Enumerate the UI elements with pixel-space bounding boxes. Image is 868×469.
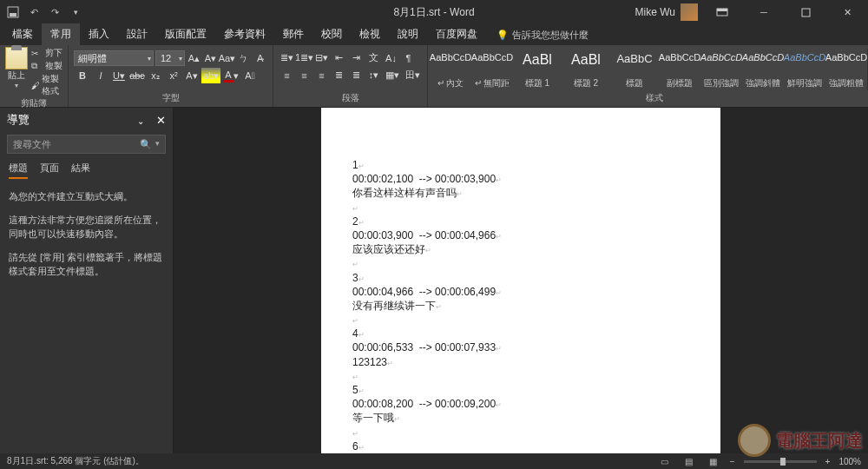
underline-button[interactable]: U▾ [110,68,128,83]
account-button[interactable]: Mike Wu [635,3,698,21]
nav-tab-headings[interactable]: 標題 [9,162,28,179]
doc-line[interactable]: 00:00:03,900 --> 00:00:04,966↵ [352,228,689,242]
doc-line[interactable]: 3↵ [352,271,689,285]
doc-line[interactable]: ↵ [352,201,689,215]
tab-references[interactable]: 參考資料 [215,23,274,45]
align-left-button[interactable]: ≡ [279,68,295,83]
document-area[interactable]: 1↵00:00:02,100 --> 00:00:03,900↵你看这样这样有声… [174,108,868,453]
svg-rect-3 [717,9,727,11]
maximize-button[interactable] [788,0,823,24]
styles-gallery[interactable]: AaBbCcD↵ 內文 AaBbCcD↵ 無間距 AaBl標題 1 AaBl標題… [430,47,868,92]
nav-tab-results[interactable]: 結果 [71,162,90,179]
doc-line[interactable]: 123123↵ [352,355,689,369]
status-left[interactable]: 8月1日.srt: 5,266 個字元 (估計值)。 [7,455,144,467]
nav-tab-pages[interactable]: 頁面 [40,162,59,179]
doc-line[interactable]: 4↵ [352,327,689,340]
align-center-button[interactable]: ≡ [296,68,312,83]
doc-line[interactable]: ↵ [352,369,689,383]
italic-button[interactable]: I [92,68,109,83]
text-effects-button[interactable]: A▾ [183,68,201,83]
bullets-button[interactable]: ≣▾ [279,50,295,65]
close-button[interactable]: ✕ [830,0,865,24]
highlight-button[interactable]: ab▾ [201,68,220,83]
doc-line[interactable]: 00:00:06,533 --> 00:00:07,933↵ [352,340,689,354]
doc-line[interactable]: 应该应该还还好↵ [352,242,689,256]
nav-dropdown-icon[interactable]: ⌄ [137,116,144,126]
doc-line[interactable]: 00:00:04,966 --> 00:00:06,499↵ [352,285,689,299]
tell-me[interactable]: 💡 告訴我您想做什麼 [486,25,599,45]
phonetic-guide-button[interactable]: ㄅ [236,51,251,66]
align-right-button[interactable]: ≡ [313,68,330,83]
print-layout-icon[interactable]: ▤ [681,455,697,467]
decrease-indent-button[interactable]: ⇤ [331,50,347,65]
scissors-icon: ✂ [31,48,43,58]
nav-close-icon[interactable]: ✕ [156,114,166,127]
tab-file[interactable]: 檔案 [3,23,42,45]
qat-more-icon[interactable]: ▾ [66,3,85,22]
tab-insert[interactable]: 插入 [80,23,118,45]
paste-button[interactable]: 貼上 ▾ [5,47,28,97]
tab-help[interactable]: 說明 [389,23,427,45]
shading-button[interactable]: ▦▾ [383,68,402,83]
font-name-combo[interactable]: 細明體 [74,50,154,66]
minimize-button[interactable]: ─ [746,0,781,24]
grow-font-button[interactable]: A▴ [187,51,201,66]
copy-button[interactable]: ⧉複製 [31,60,62,72]
doc-line[interactable]: 00:00:02,100 --> 00:00:03,900↵ [352,172,689,186]
subscript-button[interactable]: x₂ [147,68,164,83]
doc-line[interactable]: 没有再继续讲一下↵ [352,299,689,313]
multilevel-button[interactable]: ⊟▾ [313,50,330,65]
borders-button[interactable]: 田▾ [403,68,422,83]
show-marks-button[interactable]: ¶ [400,50,417,65]
page[interactable]: 1↵00:00:02,100 --> 00:00:03,900↵你看这样这样有声… [321,108,720,453]
change-case-button[interactable]: Aa▾ [220,51,234,66]
shrink-font-button[interactable]: A▾ [203,51,218,66]
bold-button[interactable]: B [74,68,91,83]
sort-button[interactable]: A↓ [383,50,399,65]
doc-line[interactable]: 你看这样这样有声音吗↵ [352,186,689,200]
doc-line[interactable]: ↵ [352,256,689,270]
doc-line[interactable]: 6↵ [352,439,689,453]
doc-line[interactable]: 等一下哦↵ [352,411,689,425]
tab-baidu[interactable]: 百度网盘 [427,23,486,45]
superscript-button[interactable]: x² [165,68,182,83]
save-icon[interactable] [3,3,23,22]
paste-label: 貼上 [8,69,25,82]
font-color-button[interactable]: A▾ [221,68,240,83]
increase-indent-button[interactable]: ⇥ [348,50,365,65]
doc-line[interactable]: 5↵ [352,383,689,397]
doc-line[interactable]: 2↵ [352,215,689,228]
web-layout-icon[interactable]: ▦ [706,455,721,467]
zoom-slider[interactable] [744,460,817,463]
tab-design[interactable]: 設計 [118,23,156,45]
nav-search-input[interactable]: 搜尋文件 🔍▾ [7,135,166,154]
ribbon: 貼上 ▾ ✂剪下 ⧉複製 🖌複製格式 剪貼簿 細明體 12 A▴ A▾ Aa▾ … [0,45,868,108]
zoom-out-button[interactable]: − [730,457,735,466]
tab-home[interactable]: 常用 [42,23,80,45]
tab-layout[interactable]: 版面配置 [156,23,215,45]
tab-view[interactable]: 檢視 [351,23,389,45]
read-mode-icon[interactable]: ▭ [657,455,673,467]
tab-review[interactable]: 校閱 [312,23,351,45]
strike-button[interactable]: abc [128,68,146,83]
undo-icon[interactable]: ↶ [24,3,43,22]
doc-line[interactable]: 00:00:08,200 --> 00:00:09,200↵ [352,397,689,411]
cut-button[interactable]: ✂剪下 [31,47,62,59]
doc-line[interactable]: ↵ [352,313,689,327]
justify-button[interactable]: ≣ [331,68,347,83]
numbering-button[interactable]: 1≣▾ [296,50,312,65]
line-spacing-button[interactable]: ↕▾ [365,68,382,83]
doc-line[interactable]: 1↵ [352,158,689,172]
doc-line[interactable]: ↵ [352,426,689,439]
font-size-combo[interactable]: 12 [155,50,185,66]
clear-formatting-button[interactable]: A̶ [253,51,267,66]
distributed-button[interactable]: ≣ [348,68,365,83]
text-direction-button[interactable]: 文 [365,50,382,65]
enclose-char-button[interactable]: A⃝ [241,68,259,83]
redo-icon[interactable]: ↷ [45,3,64,22]
zoom-in-button[interactable]: + [825,457,831,466]
format-painter-button[interactable]: 🖌複製格式 [31,73,62,97]
tab-mailings[interactable]: 郵件 [274,23,312,45]
zoom-level[interactable]: 100% [838,457,861,466]
ribbon-options-icon[interactable] [705,0,740,24]
